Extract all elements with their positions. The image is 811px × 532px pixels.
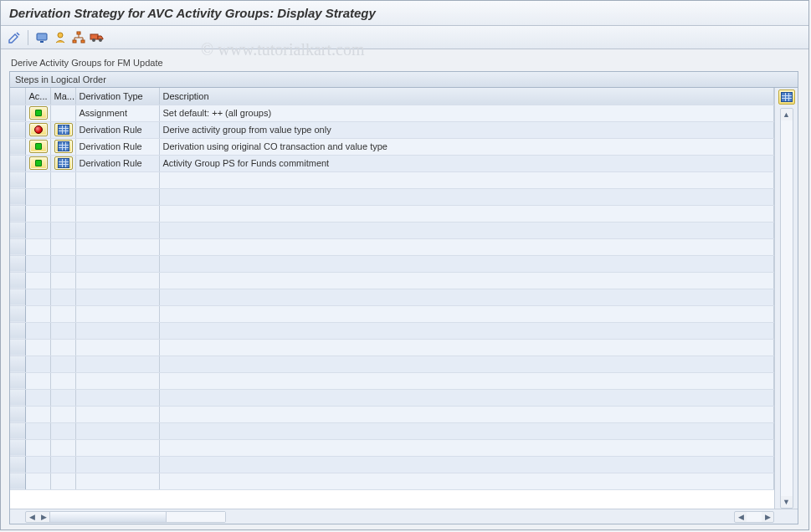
user-icon [54,31,67,44]
col-header-type[interactable]: Derivation Type [75,88,159,105]
hscroll-thumb[interactable] [49,512,167,522]
pencil-icon [8,31,21,44]
table-row-empty[interactable] [10,322,774,339]
table-row-empty[interactable] [10,238,774,255]
col-header-maint[interactable]: Ma... [50,88,75,105]
row-selector[interactable] [10,289,25,305]
table-row[interactable]: Derivation RuleDerivation using original… [10,138,774,155]
cell-desc[interactable]: Set default: ++ (all groups) [159,105,774,121]
hierarchy-button[interactable] [70,29,87,46]
row-selector[interactable] [10,372,25,389]
cell-active[interactable] [25,105,50,121]
vertical-scrollbar[interactable]: ▲ ▼ [780,108,793,509]
cell-desc[interactable]: Derive activity group from value type on… [159,121,774,138]
table-row-empty[interactable] [10,171,774,188]
row-selector-header[interactable] [10,88,25,105]
col-header-active[interactable]: Ac... [25,88,50,105]
row-selector[interactable] [10,422,25,439]
row-selector[interactable] [10,389,25,406]
hscroll-area: ◀ ▶ ◀ ▶ [10,509,798,524]
scroll-left-arrow-2[interactable]: ◀ [735,512,747,522]
table-row-empty[interactable] [10,188,774,205]
table-row-empty[interactable] [10,255,774,272]
hscroll-track-2[interactable] [747,512,762,522]
grid-title: Steps in Logical Order [10,72,798,88]
configure-columns-button[interactable] [778,90,795,105]
cell-desc[interactable]: Activity Group PS for Funds commitment [159,155,774,171]
row-selector[interactable] [10,121,25,138]
table-row-empty[interactable] [10,289,774,305]
row-selector[interactable] [10,272,25,289]
transport-button[interactable] [89,29,105,46]
cell-maint[interactable] [50,105,75,121]
table-row-empty[interactable] [10,473,774,489]
table-row-empty[interactable] [10,272,774,289]
row-selector[interactable] [10,155,25,171]
cell-maint[interactable] [50,155,75,171]
table-row-empty[interactable] [10,305,774,322]
cell-type[interactable]: Derivation Rule [75,155,159,171]
row-selector[interactable] [10,105,25,121]
cell-type[interactable]: Derivation Rule [75,121,159,138]
table-row-empty[interactable] [10,372,774,389]
horizontal-scrollbar-left[interactable]: ◀ ▶ [25,511,226,523]
row-selector[interactable] [10,255,25,272]
row-selector[interactable] [10,456,25,473]
table-row-empty[interactable] [10,422,774,439]
table-row-empty[interactable] [10,389,774,406]
row-selector[interactable] [10,222,25,238]
content-area: Derive Activity Groups for FM Update Ste… [1,49,808,529]
row-selector[interactable] [10,138,25,155]
table-row[interactable]: Derivation RuleActivity Group PS for Fun… [10,155,774,171]
status-red-icon [34,125,43,134]
horizontal-scrollbar-right[interactable]: ◀ ▶ [734,511,774,523]
row-selector[interactable] [10,171,25,188]
user-button[interactable] [52,29,69,46]
hscroll-track[interactable] [167,512,225,522]
cell-type[interactable]: Derivation Rule [75,138,159,155]
cell-maint[interactable] [50,138,75,155]
cell-type[interactable]: Assignment [75,105,159,121]
vscroll-track[interactable] [781,120,793,496]
display-button[interactable] [33,29,50,46]
toggle-edit-button[interactable] [6,29,23,46]
row-selector[interactable] [10,473,25,489]
cell-desc[interactable]: Derivation using original CO transaction… [159,138,774,155]
svg-point-2 [58,33,63,38]
svg-point-7 [92,38,95,42]
cell-active[interactable] [25,138,50,155]
svg-rect-0 [37,33,47,40]
steps-grid: Steps in Logical Order Ac... Ma.. [9,71,798,524]
display-icon [35,31,49,44]
row-selector[interactable] [10,238,25,255]
row-selector[interactable] [10,439,25,456]
scroll-up-arrow[interactable]: ▲ [781,109,793,120]
row-selector[interactable] [10,322,25,339]
col-header-desc[interactable]: Description [159,88,774,105]
table-row-empty[interactable] [10,406,774,422]
cell-active[interactable] [25,155,50,171]
scroll-down-arrow[interactable]: ▼ [781,496,793,508]
cell-maint[interactable] [50,121,75,138]
scroll-right-arrow[interactable]: ▶ [38,512,49,522]
cell-active[interactable] [25,121,50,138]
table-row[interactable]: Derivation RuleDerive activity group fro… [10,121,774,138]
toolbar [1,26,808,49]
row-selector[interactable] [10,356,25,372]
svg-rect-5 [81,40,85,43]
row-selector[interactable] [10,339,25,356]
scroll-left-arrow[interactable]: ◀ [26,512,38,522]
table-row-empty[interactable] [10,439,774,456]
table-row-empty[interactable] [10,205,774,222]
row-selector[interactable] [10,305,25,322]
table-row-empty[interactable] [10,456,774,473]
scroll-right-arrow-2[interactable]: ▶ [762,512,773,522]
row-selector[interactable] [10,205,25,222]
status-green-icon [35,143,42,150]
table-row[interactable]: AssignmentSet default: ++ (all groups) [10,105,774,121]
table-row-empty[interactable] [10,222,774,238]
table-row-empty[interactable] [10,356,774,372]
row-selector[interactable] [10,188,25,205]
table-row-empty[interactable] [10,339,774,356]
row-selector[interactable] [10,406,25,422]
